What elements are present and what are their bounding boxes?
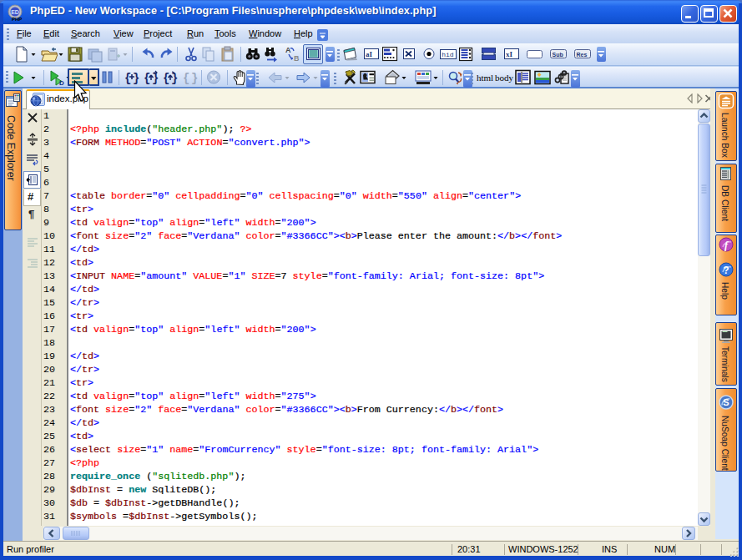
- svg-text:{: {: [144, 72, 150, 85]
- svg-text:aI: aI: [366, 50, 373, 58]
- svg-text:{: {: [183, 72, 189, 85]
- svg-text:xI: xI: [506, 50, 513, 58]
- svg-text:hid: hid: [442, 51, 454, 58]
- svg-text:ED: ED: [11, 9, 19, 15]
- svg-text:{: {: [124, 72, 131, 85]
- svg-text:{: {: [163, 72, 169, 85]
- svg-text:S: S: [723, 397, 729, 407]
- svg-text:B: B: [294, 54, 300, 63]
- svg-text:PHP: PHP: [12, 17, 22, 22]
- svg-text:?: ?: [723, 265, 729, 276]
- svg-text:Sub: Sub: [553, 52, 563, 58]
- svg-text:A: A: [285, 46, 291, 54]
- svg-text:D: D: [59, 79, 64, 86]
- svg-text:}: }: [133, 72, 139, 85]
- svg-text:}: }: [191, 72, 198, 85]
- svg-text:Res: Res: [577, 52, 588, 58]
